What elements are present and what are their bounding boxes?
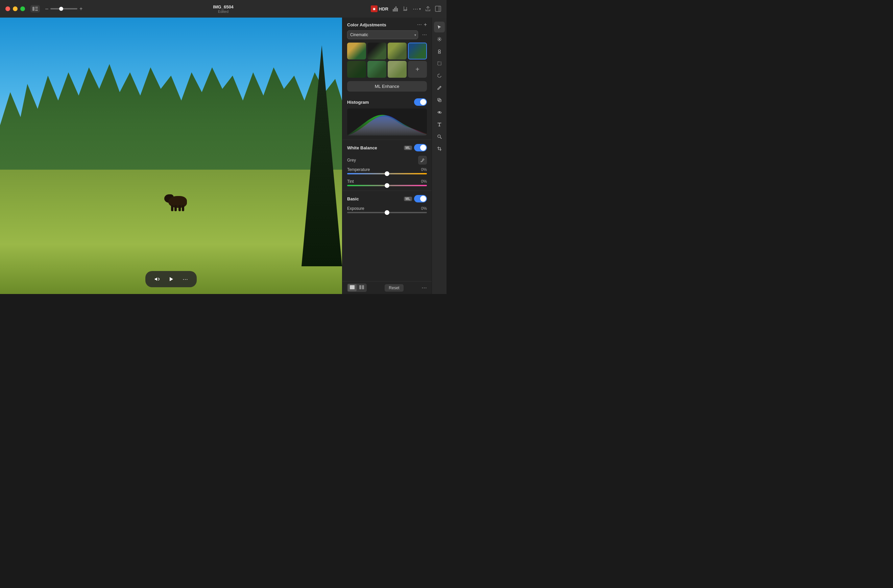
profile-options-button[interactable]: ⋯ [422,32,427,38]
histogram-section-row: Histogram [343,96,431,108]
svg-point-13 [439,39,440,40]
video-area: ⋯ [0,18,342,294]
svg-point-19 [438,135,440,138]
close-button[interactable] [5,6,10,11]
svg-rect-0 [32,7,35,11]
video-scene [0,18,342,294]
bottom-bar: Reset ⋯ [343,281,431,294]
sidebar-toggle-button[interactable] [30,5,40,12]
temperature-thumb [385,171,389,176]
panel-add-button[interactable]: + [424,22,427,28]
more-controls-button[interactable]: ⋯ [180,274,191,284]
panel-bottom-more-button[interactable]: ⋯ [421,284,427,291]
thumbnail-5[interactable] [347,61,366,78]
histogram-chart [347,108,427,135]
exposure-slider[interactable] [347,212,427,213]
add-profile-button[interactable]: + [408,61,427,78]
view-single-button[interactable] [348,284,356,291]
temperature-value: 0% [421,167,427,172]
svg-rect-11 [359,285,361,289]
zoom-tool-button[interactable] [434,131,445,142]
thumbnail-1[interactable] [347,42,366,60]
basic-section-row: Basic ML [343,192,431,205]
divider-2 [343,191,431,191]
play-button[interactable] [165,274,176,284]
rect-select-tool-button[interactable] [434,58,445,69]
lasso-tool-button[interactable] [434,70,445,81]
svg-rect-1 [35,7,38,8]
profile-select-wrapper: Cinematic Vivid Natural Dramatic ▾ [347,30,418,39]
clone-tool-button[interactable] [434,95,445,105]
view-compare-button[interactable] [357,284,366,291]
tint-thumb [385,183,389,188]
crop-tool-button[interactable] [434,143,445,154]
volume-button[interactable] [152,274,162,284]
white-balance-toggle[interactable] [414,144,427,151]
brush-tool-button[interactable] [434,83,445,93]
exposure-row: Exposure 0% [343,205,431,214]
bison-leg-2 [174,205,177,211]
panel-header-icons: ⋯ + [417,22,427,28]
minimize-button[interactable] [13,6,18,11]
tint-slider[interactable] [347,185,427,186]
white-balance-section-row: White Balance ML [343,141,431,154]
svg-rect-15 [438,62,441,65]
tools-sidebar [431,18,446,294]
thumbnail-2[interactable] [367,42,386,60]
share-icon[interactable] [425,6,431,12]
grey-row: Grey [343,154,431,166]
hdr-icon: ▣ [371,5,377,12]
right-panel: Color Adjustments ⋯ + Cinematic Vivid Na… [342,18,431,294]
histogram-area [347,108,427,135]
grey-label: Grey [347,158,356,162]
filename-label: IMG_6504 [213,5,233,9]
thumbnail-6[interactable] [367,61,386,78]
temperature-slider[interactable] [347,173,427,174]
basic-ml-badge: ML [404,197,412,201]
hdr-label: HDR [379,6,388,12]
histogram-label: Histogram [347,100,369,105]
profile-select[interactable]: Cinematic Vivid Natural Dramatic [347,30,418,39]
thumbnail-3[interactable] [388,42,407,60]
titlebar-left-tools: – + [30,5,83,12]
bison-leg-3 [179,205,181,211]
svg-rect-10 [350,285,355,289]
ml-enhance-button[interactable]: ML Enhance [347,81,427,92]
histogram-toggle[interactable] [414,98,427,106]
zoom-in-button[interactable]: + [80,6,83,12]
thumbnail-4[interactable] [408,42,427,60]
reset-button[interactable]: Reset [385,284,403,292]
sidebar-right-toggle[interactable] [435,6,441,12]
text-tool-button[interactable] [434,119,445,130]
crop-tool-icon[interactable] [403,6,409,12]
svg-rect-8 [435,6,441,12]
stamp-tool-button[interactable] [434,46,445,57]
traffic-lights [5,6,25,11]
tint-row: Tint 0% [343,178,431,187]
more-options-icon[interactable]: ⋯ ▾ [413,6,421,12]
svg-rect-4 [393,9,394,12]
zoom-out-button[interactable]: – [45,6,48,12]
svg-rect-6 [395,6,397,12]
svg-point-14 [438,50,440,52]
main-content: ⋯ Color Adjustments ⋯ + Cinematic Vivid … [0,18,446,294]
titlebar: – + IMG_6504 Edited ▣ HDR [0,0,446,18]
thumbnail-7[interactable] [388,61,407,78]
cursor-tool-button[interactable] [434,22,445,32]
zoom-slider[interactable] [50,8,77,9]
panel-title: Color Adjustments [347,22,386,27]
bison-leg-4 [182,205,184,211]
tint-value: 0% [421,179,427,184]
titlebar-center: IMG_6504 Edited [213,5,233,14]
panel-more-button[interactable]: ⋯ [417,22,422,28]
svg-rect-12 [362,285,364,289]
bison-leg-1 [171,205,173,211]
exposure-value: 0% [421,206,427,211]
thumbnails-grid: + [343,42,431,81]
histogram-icon[interactable] [392,6,398,12]
basic-toggle[interactable] [414,195,427,202]
maximize-button[interactable] [20,6,25,11]
redeye-tool-button[interactable] [434,107,445,117]
eyedropper-button[interactable] [418,156,427,165]
magic-wand-tool-button[interactable] [434,34,445,45]
